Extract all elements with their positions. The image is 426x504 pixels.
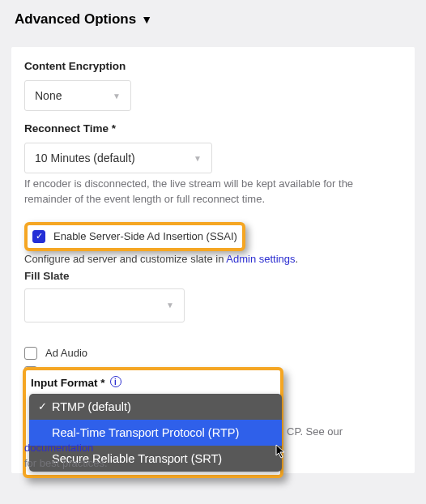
info-icon[interactable]: i [110,376,121,387]
ssai-config-text: Configure ad server and customize slate … [24,253,402,265]
advanced-options-panel: Content Encryption None ▼ Reconnect Time… [11,47,415,473]
collapse-caret-icon: ▼ [141,14,152,25]
check-icon: ✓ [36,400,49,412]
ad-audio-checkbox[interactable] [24,347,37,360]
fill-slate-label: Fill Slate [24,270,402,282]
documentation-link[interactable]: documentation [24,442,93,454]
ad-audio-row[interactable]: Ad Audio [24,347,402,360]
ssai-highlight: ✓ Enable Server-Side Ad Insertion (SSAI) [24,222,245,251]
chevron-down-icon: ▼ [194,154,202,163]
chevron-down-icon: ▼ [113,92,121,100]
content-encryption-field: Content Encryption None ▼ [24,60,402,111]
check-icon: ✓ [36,232,43,241]
ssai-checkbox[interactable]: ✓ [32,230,45,243]
chevron-down-icon: ▼ [166,301,174,310]
reconnect-time-label: Reconnect Time * [24,122,116,135]
reconnect-time-select[interactable]: 10 Minutes (default) ▼ [24,143,212,173]
section-header[interactable]: Advanced Options ▼ [0,0,426,41]
ssai-checkbox-row[interactable]: ✓ Enable Server-Side Ad Insertion (SSAI) [32,230,237,243]
input-format-label: Input Format * [31,377,105,389]
ssai-label: Enable Server-Side Ad Insertion (SSAI) [53,230,237,242]
content-encryption-value: None [35,89,62,102]
admin-settings-link[interactable]: Admin settings [226,253,295,265]
reconnect-time-field: Reconnect Time * 10 Minutes (default) ▼ … [24,122,402,207]
reconnect-time-value: 10 Minutes (default) [35,152,135,164]
content-encryption-select[interactable]: None ▼ [24,80,131,111]
content-encryption-label: Content Encryption [24,60,126,72]
input-format-option-rtmp[interactable]: ✓ RTMP (default) [29,394,282,420]
reconnect-time-help: If encoder is disconnected, the live str… [24,177,402,207]
section-title: Advanced Options [15,11,136,28]
fill-slate-select[interactable]: ▼ [24,288,185,322]
ad-audio-label: Ad Audio [45,347,87,359]
bottom-help-text: CP. See our documentation for best pract… [24,424,405,472]
